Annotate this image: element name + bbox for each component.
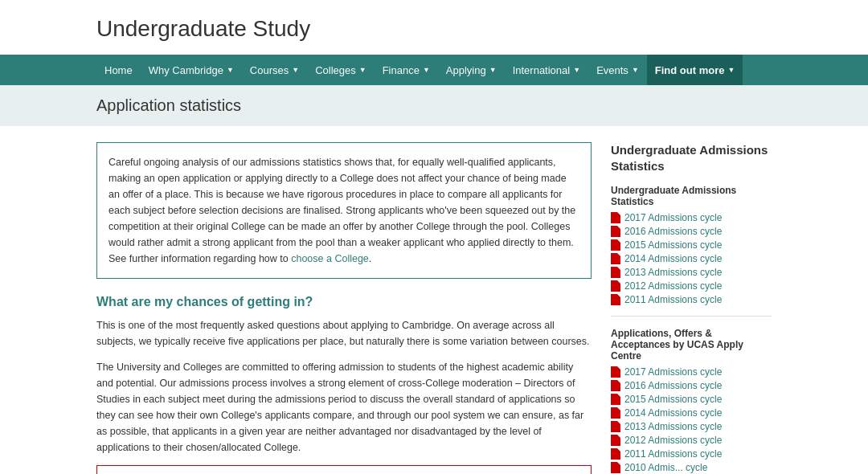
sidebar-link-2017-1[interactable]: 2017 Admissions cycle bbox=[624, 212, 722, 223]
nav-why-cambridge[interactable]: Why Cambridge ▼ bbox=[141, 55, 242, 85]
sidebar-link-2014-2[interactable]: 2014 Admissions cycle bbox=[624, 407, 722, 419]
pdf-icon bbox=[611, 421, 620, 432]
section1-para2: The University and Colleges are committe… bbox=[96, 359, 592, 456]
chevron-down-icon: ▼ bbox=[632, 66, 639, 74]
sidebar-link-2013-2[interactable]: 2013 Admissions cycle bbox=[624, 421, 722, 432]
section1-heading: What are my chances of getting in? bbox=[96, 295, 592, 309]
sidebar-link-2015-1[interactable]: 2015 Admissions cycle bbox=[624, 239, 722, 251]
chevron-down-icon: ▼ bbox=[489, 66, 497, 74]
nav-international[interactable]: International ▼ bbox=[505, 55, 588, 85]
sidebar-link-2016-1[interactable]: 2016 Admissions cycle bbox=[624, 226, 722, 237]
nav-events[interactable]: Events ▼ bbox=[588, 55, 647, 85]
chevron-down-icon: ▼ bbox=[727, 66, 735, 74]
sidebar-section1: Undergraduate Admissions Statistics 2017… bbox=[611, 185, 772, 317]
list-item: 2012 Admissions cycle bbox=[611, 280, 772, 292]
list-item: 2012 Admissions cycle bbox=[611, 435, 772, 446]
sidebar-title: Undergraduate Admissions Statistics bbox=[611, 142, 772, 174]
sidebar-link-2016-2[interactable]: 2016 Admissions cycle bbox=[624, 380, 722, 391]
chevron-down-icon: ▼ bbox=[423, 66, 430, 74]
nav-finance[interactable]: Finance ▼ bbox=[375, 55, 438, 85]
info-box: Careful ongoing analysis of our admissio… bbox=[96, 142, 592, 279]
pdf-icon bbox=[611, 239, 620, 251]
list-item: 2013 Admissions cycle bbox=[611, 421, 772, 432]
subheader-title: Application statistics bbox=[96, 96, 772, 115]
list-item: 2011 Admissions cycle bbox=[611, 294, 772, 305]
nav-home[interactable]: Home bbox=[96, 55, 141, 85]
sub-header: Application statistics bbox=[0, 85, 868, 126]
pdf-icon bbox=[611, 366, 620, 378]
content-area: Careful ongoing analysis of our admissio… bbox=[96, 142, 592, 474]
highlight-box: Despite application numbers varying cons… bbox=[96, 465, 592, 474]
list-item: 2013 Admissions cycle bbox=[611, 267, 772, 278]
sidebar-section1-label: Undergraduate Admissions Statistics bbox=[611, 185, 772, 207]
sidebar: Undergraduate Admissions Statistics Unde… bbox=[611, 142, 772, 474]
nav-colleges[interactable]: Colleges ▼ bbox=[307, 55, 375, 85]
pdf-icon bbox=[611, 448, 620, 460]
infobox-text1: Careful ongoing analysis of our admissio… bbox=[108, 157, 575, 264]
list-item: 2016 Admissions cycle bbox=[611, 226, 772, 237]
list-item: 2016 Admissions cycle bbox=[611, 380, 772, 391]
list-item: 2014 Admissions cycle bbox=[611, 407, 772, 419]
page-title: Undergraduate Study bbox=[96, 16, 772, 42]
sidebar-link-2017-2[interactable]: 2017 Admissions cycle bbox=[624, 366, 722, 378]
nav-applying[interactable]: Applying ▼ bbox=[438, 55, 505, 85]
list-item: 2014 Admissions cycle bbox=[611, 253, 772, 264]
chevron-down-icon: ▼ bbox=[227, 66, 234, 74]
chevron-down-icon: ▼ bbox=[292, 66, 299, 74]
nav-courses[interactable]: Courses ▼ bbox=[242, 55, 307, 85]
sidebar-link-2012-2[interactable]: 2012 Admissions cycle bbox=[624, 435, 722, 446]
sidebar-link-2014-1[interactable]: 2014 Admissions cycle bbox=[624, 253, 722, 264]
list-item: 2015 Admissions cycle bbox=[611, 394, 772, 405]
pdf-icon bbox=[611, 394, 620, 405]
sidebar-section2-label: Applications, Offers & Acceptances by UC… bbox=[611, 328, 772, 362]
pdf-icon bbox=[611, 280, 620, 292]
list-item: 2015 Admissions cycle bbox=[611, 239, 772, 251]
choose-college-link[interactable]: choose a College bbox=[291, 253, 369, 264]
sidebar-section2: Applications, Offers & Acceptances by UC… bbox=[611, 328, 772, 474]
list-item: 2017 Admissions cycle bbox=[611, 366, 772, 378]
infobox-text2: . bbox=[369, 253, 371, 264]
pdf-icon bbox=[611, 226, 620, 237]
chevron-down-icon: ▼ bbox=[573, 66, 580, 74]
pdf-icon bbox=[611, 435, 620, 446]
main-navbar: Home Why Cambridge ▼ Courses ▼ Colleges … bbox=[0, 55, 868, 85]
sidebar-link-2011-1[interactable]: 2011 Admissions cycle bbox=[624, 294, 722, 305]
sidebar-link-2012-1[interactable]: 2012 Admissions cycle bbox=[624, 280, 722, 292]
nav-find-out-more[interactable]: Find out more ▼ bbox=[647, 55, 743, 85]
sidebar-link-2013-1[interactable]: 2013 Admissions cycle bbox=[624, 267, 722, 278]
list-item: 2011 Admissions cycle bbox=[611, 448, 772, 460]
list-item: 2017 Admissions cycle bbox=[611, 212, 772, 223]
pdf-icon bbox=[611, 267, 620, 278]
pdf-icon bbox=[611, 407, 620, 419]
section1-para1: This is one of the most frequently asked… bbox=[96, 317, 592, 349]
pdf-icon bbox=[611, 462, 620, 473]
pdf-icon bbox=[611, 212, 620, 223]
sidebar-link-2011-2[interactable]: 2011 Admissions cycle bbox=[624, 448, 722, 460]
pdf-icon bbox=[611, 294, 620, 305]
list-item: 2010 Admis... cycle bbox=[611, 462, 772, 473]
chevron-down-icon: ▼ bbox=[359, 66, 366, 74]
sidebar-link-2010-2[interactable]: 2010 Admis... cycle bbox=[624, 462, 707, 473]
pdf-icon bbox=[611, 380, 620, 391]
pdf-icon bbox=[611, 253, 620, 264]
sidebar-link-2015-2[interactable]: 2015 Admissions cycle bbox=[624, 394, 722, 405]
